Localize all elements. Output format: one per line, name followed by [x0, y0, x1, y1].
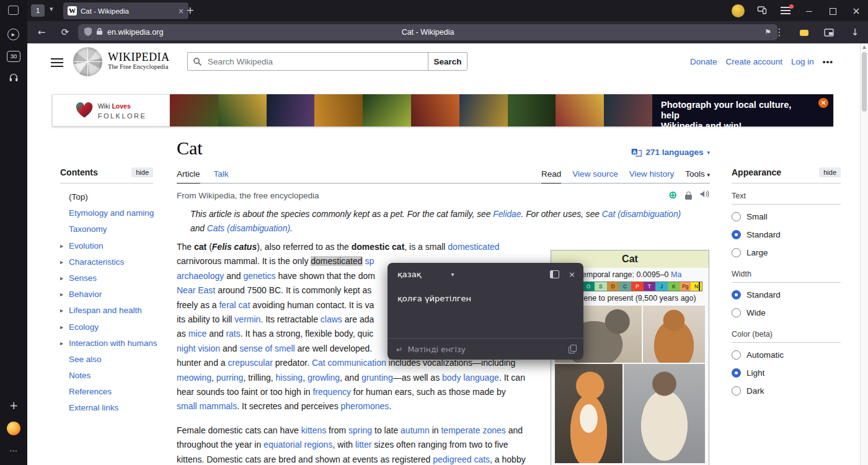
option-text-large[interactable]: Large [732, 244, 841, 262]
inline-link[interactable]: kittens [301, 425, 326, 435]
view-read[interactable]: Read [541, 169, 561, 184]
inline-link[interactable]: purring [216, 373, 244, 383]
toc-item[interactable]: ▸Lifespan and health [60, 303, 159, 319]
extension-icon[interactable] [795, 21, 813, 43]
login-link[interactable]: Log in [791, 57, 814, 66]
app-menu-icon[interactable] [781, 7, 790, 14]
inline-link[interactable]: genetics [243, 271, 275, 281]
inline-link[interactable]: Cats (disambiguation) [207, 224, 290, 233]
chevron-down-icon[interactable]: ▾ [451, 271, 454, 278]
toc-item[interactable]: ▸Ecology [60, 319, 159, 335]
inline-link[interactable]: vermin [234, 314, 260, 324]
toc-item[interactable]: ▸Evolution [60, 238, 159, 254]
reload-button[interactable]: ⟳ [56, 21, 74, 43]
search-input[interactable] [206, 53, 428, 70]
browser-tab[interactable]: W Cat - Wikipedia × [63, 2, 188, 19]
cat-photo-abyssinian[interactable] [643, 306, 705, 363]
tab-article[interactable]: Article [177, 169, 200, 184]
account-avatar[interactable] [732, 4, 745, 17]
popup-language-selector[interactable]: қазақ [397, 270, 422, 279]
firefox-view-icon[interactable] [8, 6, 19, 15]
window-minimize-button[interactable] [797, 6, 821, 16]
chevron-right-icon[interactable]: ▸ [60, 238, 63, 254]
inline-link[interactable]: mice [188, 329, 207, 339]
kebab-menu-icon[interactable]: ⋮ [770, 21, 789, 43]
toc-item-top[interactable]: (Top) [60, 189, 159, 205]
chevron-right-icon[interactable]: ▸ [60, 319, 63, 335]
inline-link[interactable]: temperate zones [441, 425, 505, 435]
chevron-right-icon[interactable]: ▸ [60, 286, 63, 303]
inline-link[interactable]: spring [348, 425, 372, 435]
scroll-up-icon[interactable]: ▲ [861, 45, 868, 50]
view-source[interactable]: View source [572, 169, 618, 183]
option-text-standard[interactable]: Standard [732, 226, 841, 244]
inline-link[interactable]: crepuscular [228, 358, 273, 368]
inline-link[interactable]: Cat communication [312, 358, 386, 368]
inline-link[interactable]: archaeology [177, 271, 224, 281]
chevron-right-icon[interactable]: ▸ [60, 335, 63, 352]
chevron-right-icon[interactable]: ▸ [60, 303, 63, 319]
inline-link[interactable]: claws [321, 314, 342, 324]
scrollbar-thumb[interactable] [862, 52, 867, 112]
inline-link[interactable]: domesticated [448, 242, 499, 252]
inline-link[interactable]: hissing [276, 373, 303, 383]
send-to-device-icon[interactable] [750, 5, 774, 17]
tab-list-chevron-icon[interactable]: ▾ [50, 5, 53, 13]
inline-link[interactable]: pheromones [341, 401, 389, 411]
play-circle-icon[interactable]: ▶ [7, 29, 19, 40]
inline-link[interactable]: growling [308, 373, 340, 383]
languages-button[interactable]: A 271 languages ▾ [631, 148, 710, 157]
chevron-right-icon[interactable]: ▸ [60, 270, 63, 286]
inline-link[interactable]: body language [442, 373, 499, 383]
listen-article-icon[interactable] [700, 190, 710, 200]
headset-icon[interactable] [8, 72, 19, 85]
toc-item[interactable]: ▸Senses [60, 270, 159, 286]
cat-photo-siamese[interactable] [624, 364, 705, 463]
inline-link[interactable]: Felidae [493, 210, 521, 219]
inline-link[interactable]: frequency [312, 387, 350, 397]
option-width-standard[interactable]: Standard [732, 286, 841, 304]
inline-link[interactable]: night vision [177, 343, 220, 353]
inline-link[interactable]: grunting [361, 373, 393, 383]
option-text-small[interactable]: Small [732, 208, 841, 226]
inline-link[interactable]: litter [355, 440, 371, 450]
shield-icon[interactable] [84, 27, 92, 38]
inline-link[interactable]: Near East [177, 285, 215, 295]
appearance-hide-button[interactable]: hide [819, 167, 841, 177]
tab-counter-badge[interactable]: 30 [7, 51, 20, 62]
cat-photo-orange-white[interactable] [555, 364, 622, 463]
window-close-button[interactable]: × [844, 5, 868, 17]
view-history[interactable]: View history [629, 169, 675, 183]
translation-input-placeholder[interactable]: Мәтінді енгізу [407, 345, 465, 354]
tab-talk[interactable]: Talk [214, 169, 229, 183]
search-button[interactable]: Search [428, 53, 467, 70]
inline-link[interactable]: meowing [177, 373, 211, 383]
inline-link[interactable]: sp [365, 256, 374, 266]
watch-page-icon[interactable]: ⊕ [668, 188, 677, 201]
copy-icon[interactable] [569, 345, 575, 353]
ma-link[interactable]: Ma [671, 270, 681, 279]
inline-link[interactable]: sense of smell [239, 343, 294, 353]
tab-close-icon[interactable]: × [178, 7, 184, 16]
banner-close-icon[interactable]: × [818, 98, 828, 108]
inline-link[interactable]: equatorial regions [264, 440, 332, 450]
main-menu-icon[interactable] [51, 58, 63, 68]
inline-link[interactable]: pedigreed cats [433, 454, 490, 464]
inline-link[interactable]: feral cat [219, 300, 250, 310]
picture-in-picture-icon[interactable] [820, 21, 838, 43]
wikipedia-wordmark[interactable]: WIKIPEDIA [108, 51, 169, 64]
option-color-automatic[interactable]: Automatic [732, 346, 841, 364]
toc-item[interactable]: ▸Interaction with humans [60, 335, 159, 352]
back-button[interactable]: ← [32, 21, 51, 43]
wiki-loves-folklore-banner[interactable]: Wiki Loves FOLKLORE Photograph your loca… [52, 94, 833, 126]
window-maximize-button[interactable] [821, 6, 844, 16]
toc-item[interactable]: Taxonomy [60, 221, 159, 237]
tools-menu[interactable]: Tools ▾ [685, 169, 710, 183]
url-bar[interactable]: en.wikipedia.org Cat - Wikipedia ⚑ [78, 24, 777, 40]
inline-link[interactable]: rats [226, 329, 240, 339]
sidebar-add-icon[interactable]: + [0, 399, 27, 412]
popup-close-icon[interactable]: × [569, 270, 575, 279]
inline-link[interactable]: autumn [401, 425, 430, 435]
toc-item[interactable]: Etymology and naming [60, 205, 159, 221]
tab-group-button[interactable]: 1 [31, 4, 45, 17]
